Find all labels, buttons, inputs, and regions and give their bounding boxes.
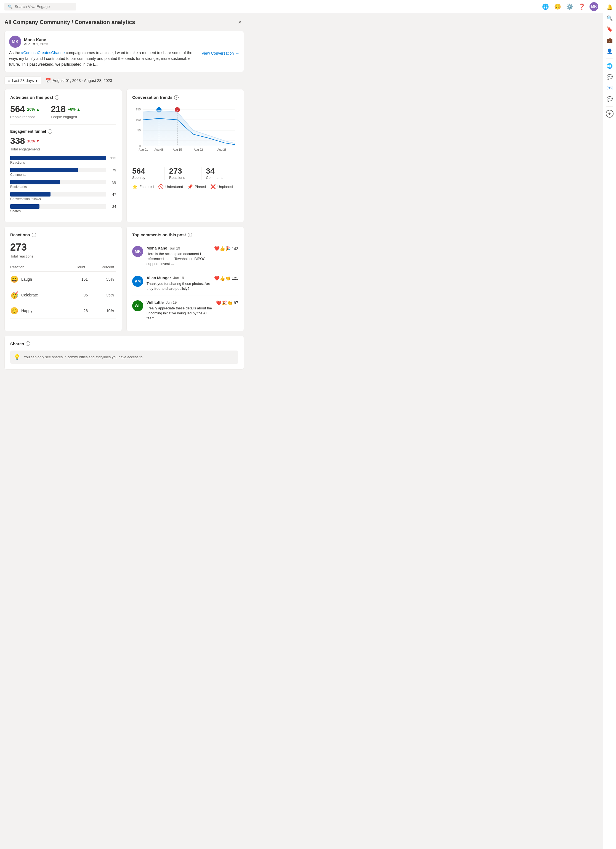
people-engaged-stat: 218 +6% ▲ People engaged <box>51 104 80 119</box>
bar-follows: 47 Conversation follows <box>10 192 116 201</box>
bar-value-comments: 79 <box>109 168 116 172</box>
activities-title: Activities on this post i <box>10 95 116 100</box>
comment-text-mona: Here is the action plan document I refer… <box>147 252 211 267</box>
bookmark-sidebar-icon[interactable]: 🔖 <box>605 24 615 34</box>
reactions-info-icon[interactable]: i <box>32 233 36 237</box>
reaction-row-laugh: 😆 Laugh 151 55% <box>10 272 116 287</box>
svg-text:0: 0 <box>139 144 141 147</box>
funnel-info-icon[interactable]: i <box>48 129 52 134</box>
sort-icon[interactable]: ↓ <box>86 265 88 269</box>
author-avatar: MK <box>9 36 21 48</box>
happy-emoji: 😊 <box>10 307 18 315</box>
shares-info-icon[interactable]: i <box>26 341 30 346</box>
bar-name-follows: Conversation follows <box>10 197 116 201</box>
period-filter-button[interactable]: ≡ Last 28 days ▾ <box>4 76 41 85</box>
comment-avatar-mona: MK <box>132 246 143 257</box>
top-comments-info-icon[interactable]: i <box>187 233 192 237</box>
sidebar-divider <box>606 58 613 59</box>
post-author: MK Mona Kane August 1, 2023 <box>9 36 239 48</box>
chat-sidebar-icon[interactable]: 💬 <box>605 72 615 82</box>
unpinned-label: Unpinned <box>217 185 233 189</box>
search-icon: 🔍 <box>8 4 12 9</box>
bar-fill-follows <box>10 192 51 197</box>
bar-fill-reactions <box>10 156 106 160</box>
comment-item-will: WL Will Little Jun 19 I really appreciat… <box>132 296 238 325</box>
briefcase-sidebar-icon[interactable]: 💼 <box>605 35 615 45</box>
view-conversation-button[interactable]: View Conversation → <box>202 50 239 57</box>
bar-track-shares <box>10 204 106 209</box>
total-engagements-label: Total engagements <box>10 147 116 151</box>
reactions-title: Reactions i <box>10 232 116 237</box>
close-button[interactable]: ✕ <box>235 18 244 27</box>
date-range-text: August 01, 2023 - August 28, 2023 <box>53 78 112 83</box>
laugh-percent: 55% <box>90 272 116 287</box>
chart-legend: ⭐ Featured 🚫 Unfeatured 📌 Pinned ❌ Unpin… <box>132 184 238 189</box>
seen-by-stat: 564 Seen by <box>132 167 165 180</box>
post-text-prefix: As the <box>9 51 21 55</box>
laugh-count: 151 <box>64 272 90 287</box>
comment-author-mona: Mona Kane <box>147 246 167 250</box>
globe-sidebar-icon[interactable]: 🌐 <box>605 61 615 71</box>
page-header: All Company Community / Conversation ana… <box>4 18 244 27</box>
trends-card: Conversation trends i 0 50 <box>126 89 244 222</box>
legend-featured: ⭐ Featured <box>132 184 154 189</box>
search-sidebar-icon[interactable]: 🔍 <box>605 13 615 23</box>
svg-marker-15 <box>143 111 235 146</box>
svg-text:Aug 28: Aug 28 <box>217 148 226 151</box>
people-sidebar-icon[interactable]: 👤 <box>605 46 615 56</box>
bar-name-comments: Comments <box>10 173 116 177</box>
globe-nav-icon[interactable]: 🌐 <box>541 2 550 11</box>
comment-body-mona: Mona Kane Jun 19 Here is the action plan… <box>147 246 211 267</box>
unpinned-icon: ❌ <box>210 184 216 189</box>
count-col-header[interactable]: Count ↓ <box>64 263 90 272</box>
comment-avatar-will: WL <box>132 300 143 311</box>
shares-notice: 💡 You can only see shares in communities… <box>10 350 238 364</box>
date-range: 📅 August 01, 2023 - August 28, 2023 <box>46 78 112 83</box>
engagement-bars: 112 Reactions 79 Comments <box>10 156 116 213</box>
svg-text:Aug 08: Aug 08 <box>154 148 164 151</box>
settings-nav-icon[interactable]: ⚙️ <box>565 2 574 11</box>
legend-pinned: 📌 Pinned <box>187 184 205 189</box>
legend-unfeatured: 🚫 Unfeatured <box>158 184 183 189</box>
user-avatar[interactable]: MK <box>589 2 598 11</box>
outlook-sidebar-icon[interactable]: 📧 <box>605 83 615 93</box>
celebrate-percent: 35% <box>90 287 116 303</box>
reaction-name-celebrate: 🥳 Celebrate <box>10 287 64 303</box>
activities-info-icon[interactable]: i <box>55 95 60 100</box>
reaction-emojis-allan: ❤️👍👏 <box>214 276 231 281</box>
reaction-name-happy: 😊 Happy <box>10 303 64 319</box>
svg-text:Aug 15: Aug 15 <box>173 148 182 151</box>
trends-comments-label: Comments <box>206 176 234 180</box>
bar-fill-comments <box>10 168 78 172</box>
comment-reactions-will: ❤️🎉👏 97 <box>216 300 238 305</box>
search-box[interactable]: 🔍 <box>4 3 76 10</box>
help-nav-icon[interactable]: ❓ <box>577 2 586 11</box>
add-apps-button[interactable]: + <box>606 110 613 118</box>
emoji-nav-icon[interactable]: 😊 <box>553 2 562 11</box>
comment-body-will: Will Little Jun 19 I really appreciate t… <box>147 300 213 321</box>
total-reactions-value: 273 <box>10 241 116 253</box>
author-date: August 1, 2023 <box>24 42 48 46</box>
comment-count-allan: 121 <box>232 276 238 280</box>
top-comments-card: Top comments on this post i MK Mona Kane… <box>126 226 244 331</box>
analytics-grid-row2: Reactions i 273 Total reactions Reaction… <box>4 226 244 331</box>
laugh-emoji: 😆 <box>10 276 18 283</box>
reaction-emojis-mona: ❤️👍🎉 <box>214 246 231 251</box>
reaction-row-celebrate: 🥳 Celebrate 96 35% <box>10 287 116 303</box>
bar-value-bookmarks: 58 <box>109 180 116 185</box>
messenger-sidebar-icon[interactable]: 💬 <box>605 94 615 104</box>
activities-stats-row: 564 20% ▲ People reached 218 +6% ▲ <box>10 104 116 119</box>
period-label: Last 28 days <box>12 78 34 83</box>
percent-col-header: Percent <box>90 263 116 272</box>
featured-label: Featured <box>139 185 154 189</box>
page-title: All Company Community / Conversation ana… <box>4 19 135 25</box>
notifications-icon[interactable]: 🔔 <box>605 2 615 12</box>
happy-percent: 10% <box>90 303 116 319</box>
trends-info-icon[interactable]: i <box>174 95 179 100</box>
bar-comments: 79 Comments <box>10 168 116 177</box>
reaction-col-header: Reaction <box>10 263 64 272</box>
comment-body-allan: Allan Munger Jun 19 Thank you for sharin… <box>147 276 211 291</box>
people-reached-stat: 564 20% ▲ People reached <box>10 104 40 119</box>
search-input[interactable] <box>15 4 73 9</box>
hashtag-link[interactable]: #ContosoCreatesChange <box>21 51 65 55</box>
